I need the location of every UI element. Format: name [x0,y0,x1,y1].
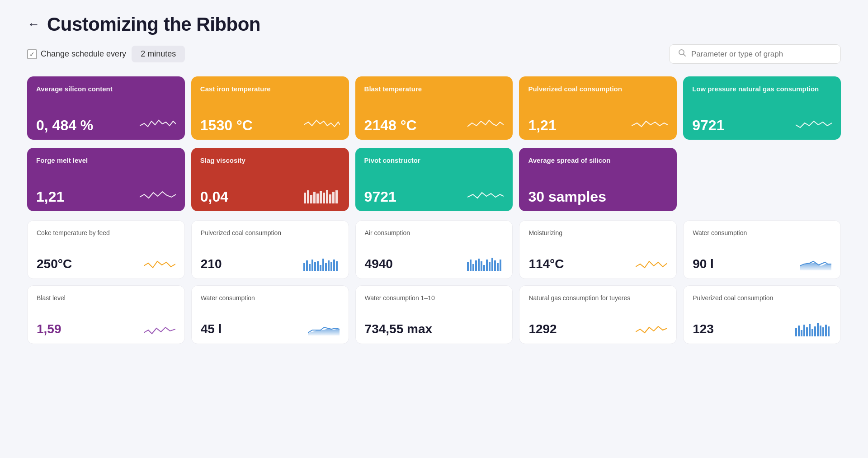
card-sparkline [397,256,504,271]
svg-rect-31 [481,261,482,271]
card-avg-silicon[interactable]: Average silicon content 0, 484 % [27,76,185,140]
card-sparkline [561,321,668,336]
svg-rect-24 [333,260,335,271]
card-avg-spread-silicon[interactable]: Average spread of silicon 30 samples [519,148,677,211]
card-label: Pulverized coal consumption [201,229,340,237]
card-pivot-constructor[interactable]: Pivot constructor 9721 [355,148,513,211]
svg-rect-10 [329,194,331,203]
card-blast-level[interactable]: Blast level 1,59 [27,285,185,344]
card-pulv-coal-210[interactable]: Pulverized coal consumption 210 [191,220,349,279]
card-sparkline [718,321,831,336]
card-label: Average spread of silicon [528,156,668,165]
card-label: Water consumption [693,229,831,237]
card-sparkline [226,321,340,336]
card-label: Slag viscosity [200,156,340,165]
svg-rect-15 [309,264,311,271]
card-value: 1,59 [37,322,61,336]
card-value: 1530 °C [200,118,253,132]
card-sparkline [66,321,175,336]
card-water-cons-90[interactable]: Water consumption 90 l [683,220,841,279]
card-value: 123 [693,322,714,336]
svg-rect-22 [328,260,330,271]
search-box[interactable] [669,44,841,64]
svg-rect-7 [320,191,322,203]
svg-rect-16 [311,260,313,271]
white-cards-row2: Blast level 1,59 Water consumption 45 l [27,285,841,344]
card-forge-melt[interactable]: Forge melt level 1,21 [27,148,185,211]
page-title: Customizing the Ribbon [47,14,260,35]
card-pulv-coal[interactable]: Pulverized coal consumption 1,21 [519,76,677,140]
card-water-cons-45[interactable]: Water consumption 45 l [191,285,349,344]
card-value: 210 [201,257,222,271]
svg-rect-19 [320,265,321,271]
svg-line-1 [684,54,686,57]
card-value: 9721 [364,189,396,204]
svg-rect-25 [336,261,338,271]
schedule-label: Change schedule every [41,49,126,59]
card-value: 734,55 max [365,322,432,336]
svg-rect-42 [803,325,805,336]
checkbox-label[interactable]: ✓ Change schedule every [27,49,126,59]
card-label: Average silicon content [36,85,176,94]
svg-rect-3 [307,190,309,203]
svg-rect-33 [486,260,488,271]
card-label: Blast level [37,294,175,302]
card-sparkline [569,256,668,271]
back-button[interactable]: ← [27,17,40,32]
card-value: 1,21 [36,189,64,204]
svg-rect-49 [822,327,824,336]
card-label: Cast iron temperature [200,85,340,94]
svg-rect-27 [470,260,472,271]
colored-cards-row2: Forge melt level 1,21 Slag viscosity 0,0… [27,148,841,211]
schedule-checkbox[interactable]: ✓ [27,49,37,59]
card-low-pressure-gas[interactable]: Low pressure natural gas consumption 972… [683,76,841,140]
card-water-cons-1-10[interactable]: Water consumption 1–10 734,55 max [355,285,513,344]
svg-rect-43 [806,327,808,336]
svg-rect-50 [825,325,827,336]
card-label: Low pressure natural gas consumption [692,85,832,94]
svg-rect-13 [303,263,305,271]
card-sparkline [69,188,176,204]
card-moisturizing[interactable]: Moisturizing 114°C [519,220,677,279]
svg-rect-32 [483,265,485,271]
header: ← Customizing the Ribbon [27,14,841,35]
svg-rect-23 [330,262,332,271]
card-sparkline [98,116,175,132]
card-value: 0, 484 % [36,118,93,132]
card-value: 1292 [528,322,557,336]
card-label: Moisturizing [528,229,667,237]
card-sparkline [76,256,175,271]
svg-rect-46 [814,326,816,336]
search-input[interactable] [691,50,832,59]
svg-rect-36 [494,260,496,271]
card-pulv-coal-123[interactable]: Pulverized coal consumption 123 [683,285,841,344]
svg-rect-2 [304,193,306,203]
svg-rect-4 [310,195,312,203]
schedule-section: ✓ Change schedule every 2 minutes [27,46,185,62]
svg-rect-9 [326,190,328,203]
svg-rect-35 [491,258,493,271]
svg-rect-44 [809,324,811,336]
card-coke-temp[interactable]: Coke temperature by feed 250°C [27,220,185,279]
card-sparkline [729,116,832,132]
card-label: Water consumption [201,294,340,302]
card-slag-viscosity[interactable]: Slag viscosity 0,04 [191,148,349,211]
card-blast-temp[interactable]: Blast temperature 2148 °C [355,76,513,140]
card-nat-gas-tuyeres[interactable]: Natural gas consumption for tuyeres 1292 [519,285,677,344]
card-value: 9721 [692,118,724,132]
card-cast-iron-temp[interactable]: Cast iron temperature 1530 °C [191,76,349,140]
svg-rect-21 [325,263,327,271]
svg-rect-37 [497,263,499,271]
white-cards-row1: Coke temperature by feed 250°C Pulverize… [27,220,841,279]
card-sparkline [257,116,340,132]
schedule-value[interactable]: 2 minutes [132,46,185,62]
svg-rect-34 [489,262,491,271]
card-value: 114°C [528,257,564,271]
card-air-consumption[interactable]: Air consumption 4940 [355,220,513,279]
svg-rect-8 [323,193,325,203]
card-value: 4940 [365,257,393,271]
svg-rect-18 [317,261,319,271]
svg-rect-29 [475,260,477,271]
card-sparkline [233,188,340,204]
svg-rect-48 [820,326,821,336]
